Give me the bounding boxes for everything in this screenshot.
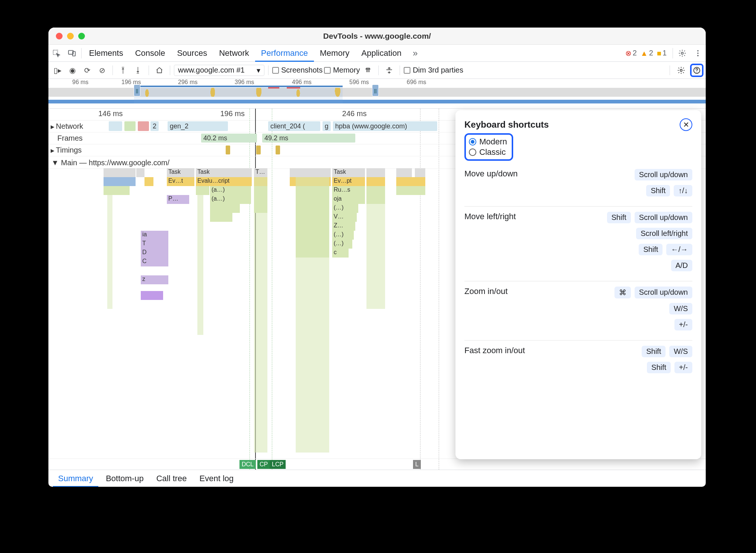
svg-point-5 (697, 52, 699, 54)
shortcut-label: Move up/down (464, 169, 629, 179)
disclosure-icon[interactable]: ▸ (51, 146, 54, 155)
tab-performance[interactable]: Performance (255, 45, 314, 62)
overview-selection[interactable] (134, 86, 343, 103)
window-zoom-button[interactable] (78, 33, 85, 39)
key-chip: ←/→ (666, 244, 692, 255)
details-tabs: Summary Bottom-up Call tree Event log (48, 470, 706, 487)
reload-record-icon[interactable]: ⟳ (80, 64, 94, 77)
upload-icon[interactable]: ⭱ (117, 64, 130, 77)
key-chip: Scroll up/down (635, 169, 692, 180)
warning-icon: ▲ (641, 49, 648, 57)
toggle-panel-icon[interactable]: ▯▸ (51, 64, 64, 77)
key-chip: ⌘ (614, 287, 631, 298)
key-chip: A/D (671, 260, 692, 271)
key-chip: Scroll left/right (636, 228, 692, 239)
breadcrumbs-icon[interactable] (382, 64, 396, 77)
warnings-badge[interactable]: ▲2 (641, 49, 653, 57)
window-title: DevTools - www.google.com/ (48, 32, 706, 41)
popup-title: Keyboard shortcuts (464, 119, 549, 130)
devtools-tabs: Elements Console Sources Network Perform… (48, 45, 706, 62)
overview-right-handle[interactable]: || (372, 85, 378, 96)
close-icon[interactable]: ✕ (680, 118, 692, 131)
settings-icon[interactable] (674, 45, 690, 62)
radio-modern[interactable]: Modern (469, 137, 507, 147)
kebab-menu-icon[interactable] (690, 45, 706, 62)
disclosure-icon[interactable]: ▸ (51, 122, 54, 131)
key-chip: W/S (669, 346, 692, 357)
clear-icon[interactable]: ⊘ (95, 64, 109, 77)
record-icon[interactable]: ◉ (66, 64, 79, 77)
issue-counters[interactable]: ⊗2 ▲2 ■1 (625, 49, 667, 57)
collect-garbage-icon[interactable] (361, 64, 375, 77)
timing-markers: DCL CP LCP L (48, 458, 706, 470)
shortcut-preset-radio-group: Modern Classic (464, 133, 513, 161)
tab-memory[interactable]: Memory (314, 45, 355, 62)
marker-lcp[interactable]: LCP (270, 460, 286, 469)
screenshots-checkbox[interactable]: Screenshots (272, 66, 323, 74)
error-icon: ⊗ (625, 49, 632, 57)
keyboard-shortcuts-panel: Keyboard shortcuts ✕ Modern Classic Move… (455, 110, 701, 459)
tab-application[interactable]: Application (355, 45, 407, 62)
key-chip: Shift (642, 346, 666, 357)
issue-icon: ■ (657, 49, 661, 57)
overview-track[interactable]: 96 ms 196 ms 296 ms 396 ms 496 ms 596 ms… (48, 79, 706, 109)
key-chip: Shift (607, 212, 631, 223)
marker-fcp[interactable]: CP (257, 460, 270, 469)
capture-settings-icon[interactable] (674, 64, 688, 77)
errors-badge[interactable]: ⊗2 (625, 49, 637, 57)
dim-3rd-parties-checkbox[interactable]: Dim 3rd parties (404, 66, 463, 74)
key-chip: Shift (639, 244, 663, 255)
svg-point-4 (697, 50, 699, 51)
svg-point-9 (696, 71, 697, 72)
window-close-button[interactable] (56, 33, 63, 39)
tab-elements[interactable]: Elements (83, 45, 129, 62)
radio-classic[interactable]: Classic (469, 147, 507, 157)
key-chip: +/- (674, 362, 692, 373)
tab-call-tree[interactable]: Call tree (151, 470, 192, 487)
devtools-window: DevTools - www.google.com/ Elements Cons… (48, 28, 706, 487)
key-chip: Scroll up/down (635, 212, 692, 223)
disclosure-icon[interactable]: ▼ (51, 159, 59, 167)
chevron-down-icon: ▾ (257, 66, 260, 75)
tab-network[interactable]: Network (213, 45, 255, 62)
key-chip: ↑/↓ (674, 185, 692, 196)
key-chip: Shift (646, 185, 670, 196)
shortcut-label: Move left/right (464, 212, 602, 221)
tab-bottom-up[interactable]: Bottom-up (101, 470, 149, 487)
window-titlebar: DevTools - www.google.com/ (48, 28, 706, 45)
window-minimize-button[interactable] (67, 33, 74, 39)
shortcuts-help-icon[interactable] (690, 64, 703, 77)
more-tabs-icon[interactable]: » (407, 45, 423, 62)
marker-dcl[interactable]: DCL (239, 460, 256, 469)
other-issues-badge[interactable]: ■1 (657, 49, 667, 57)
performance-toolbar: ▯▸ ◉ ⟳ ⊘ ⭱ ⭳ www.google.com #1 ▾ Screens… (48, 62, 706, 79)
svg-point-7 (680, 69, 682, 71)
tab-console[interactable]: Console (129, 45, 171, 62)
overview-left-handle[interactable]: || (134, 85, 140, 96)
key-chip: W/S (669, 303, 692, 314)
memory-checkbox[interactable]: Memory (324, 66, 360, 74)
key-chip: +/- (674, 319, 692, 330)
shortcut-label: Zoom in/out (464, 287, 609, 296)
recording-select[interactable]: www.google.com #1 ▾ (174, 65, 264, 76)
tab-summary[interactable]: Summary (53, 470, 98, 487)
key-chip: Scroll up/down (635, 287, 692, 298)
key-chip: Shift (647, 362, 671, 373)
home-icon[interactable] (153, 64, 166, 77)
tab-sources[interactable]: Sources (171, 45, 213, 62)
svg-point-6 (697, 55, 699, 56)
tab-event-log[interactable]: Event log (194, 470, 239, 487)
window-controls (56, 33, 85, 39)
device-toggle-icon[interactable] (64, 45, 80, 62)
marker-load[interactable]: L (413, 460, 421, 469)
inspect-element-icon[interactable] (48, 45, 64, 62)
download-icon[interactable]: ⭳ (131, 64, 145, 77)
shortcut-label: Fast zoom in/out (464, 346, 636, 355)
svg-point-3 (681, 52, 683, 54)
